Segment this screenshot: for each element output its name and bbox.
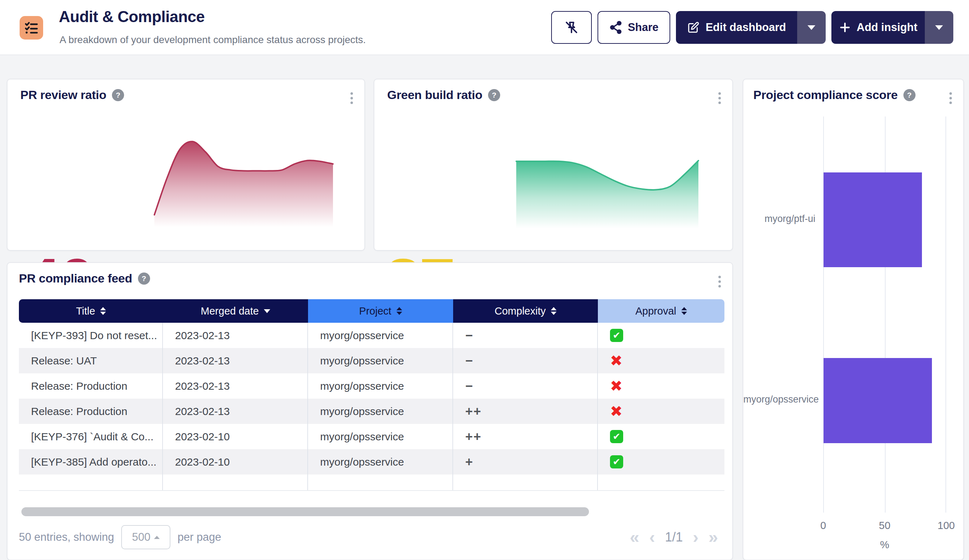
cell-title: Release: UAT [19, 348, 163, 373]
sort-icon [396, 307, 402, 315]
cell-project: myorg/opsservice [308, 348, 453, 373]
sort-icon [100, 307, 106, 315]
axis-label: % [880, 539, 889, 551]
help-icon[interactable]: ? [488, 89, 500, 101]
cell-complexity: + [453, 449, 598, 475]
pr-review-area-chart [154, 137, 334, 227]
axis-tick: 50 [879, 520, 890, 532]
green-build-area-chart [516, 155, 699, 228]
cell-title: [KEYP-393] Do not reset... [19, 323, 163, 348]
card-title: PR compliance feed [19, 271, 132, 285]
cell-approval: ✔ [598, 424, 724, 449]
chevron-up-icon [154, 536, 160, 539]
cell-complexity: ++ [453, 399, 598, 424]
add-insight-caret-button[interactable] [925, 11, 953, 44]
per-page-text: per page [178, 531, 221, 543]
cell-complexity: − [453, 373, 598, 399]
pr-compliance-table: Title Merged date Project Complexity App… [19, 299, 724, 491]
share-button[interactable]: Share [598, 11, 670, 44]
add-insight-button-group: Add insight [831, 11, 953, 44]
more-menu-button[interactable] [348, 90, 355, 106]
cell-merged-date: 2023-02-13 [163, 323, 308, 348]
horizontal-scrollbar-thumb[interactable] [22, 507, 589, 516]
first-page-button[interactable]: « [630, 528, 639, 546]
edit-dashboard-caret-button[interactable] [797, 11, 826, 44]
cell-merged-date: 2023-02-13 [163, 399, 308, 424]
card-title: Project compliance score [753, 88, 898, 102]
column-header-approval[interactable]: Approval [598, 299, 724, 323]
sort-icon [681, 307, 687, 315]
table-row: Release: UAT 2023-02-13 myorg/opsservice… [19, 348, 724, 373]
help-icon[interactable]: ? [903, 89, 916, 101]
card-title: PR review ratio [20, 88, 106, 102]
help-icon[interactable]: ? [112, 89, 124, 101]
prev-page-button[interactable]: ‹ [649, 528, 655, 546]
unpin-button[interactable] [551, 11, 592, 44]
bar-chart: 0 50 100 % [823, 116, 946, 513]
page-size-select[interactable]: 500 [121, 525, 170, 549]
cell-approval: ✖ [598, 348, 724, 373]
cell-complexity: − [453, 323, 598, 348]
axis-tick: 100 [937, 520, 955, 532]
cell-title: [KEYP-385] Add operato... [19, 449, 163, 475]
edit-dashboard-button-group: Edit dashboard [676, 11, 826, 44]
card-pr-compliance-feed: PR compliance feed ? Title Merged date P… [7, 262, 733, 560]
cell-complexity: ++ [453, 424, 598, 449]
approval-rejected-icon: ✖ [610, 354, 623, 367]
more-menu-button[interactable] [947, 90, 954, 106]
app-header: Audit & Compliance A breakdown of your d… [0, 0, 969, 55]
column-header-project[interactable]: Project [308, 299, 453, 323]
column-header-merged-date[interactable]: Merged date [163, 299, 308, 323]
column-header-complexity[interactable]: Complexity [453, 299, 598, 323]
entries-count-text: 50 entries, showing [19, 531, 114, 543]
pin-off-icon [564, 20, 579, 35]
cell-project: myorg/opsservice [308, 399, 453, 424]
card-project-compliance-score: Project compliance score ? myorg/ptf-ui … [743, 79, 964, 560]
dashboard-icon [20, 16, 43, 40]
cell-title: [KEYP-376] `Audit & Co... [19, 424, 163, 449]
header-actions: Share Edit dashboard Add insight [551, 11, 953, 44]
cell-title: Release: Production [19, 373, 163, 399]
axis-tick: 0 [820, 520, 826, 532]
approval-approved-icon: ✔ [610, 329, 623, 342]
table-row: Release: Production 2023-02-13 myorg/ops… [19, 399, 724, 424]
last-page-button[interactable]: » [708, 528, 718, 546]
add-insight-button[interactable]: Add insight [831, 11, 925, 44]
approval-approved-icon: ✔ [610, 430, 623, 443]
chevron-down-icon [935, 25, 943, 30]
table-row: [KEYP-376] `Audit & Co... 2023-02-10 myo… [19, 424, 724, 449]
cell-merged-date: 2023-02-13 [163, 373, 308, 399]
approval-rejected-icon: ✖ [610, 379, 623, 392]
bar-label: myorg/ptf-ui [743, 213, 815, 224]
cell-merged-date: 2023-02-10 [163, 449, 308, 475]
more-menu-button[interactable] [716, 274, 723, 290]
card-pr-review-ratio: PR review ratio ? 40 % [7, 79, 365, 251]
cell-approval: ✖ [598, 399, 724, 424]
table-header-row: Title Merged date Project Complexity App… [19, 299, 724, 323]
plus-icon [839, 22, 851, 33]
cell-title: Release: Production [19, 399, 163, 424]
card-green-build-ratio: Green build ratio ? 87 % [374, 79, 733, 251]
more-menu-button[interactable] [716, 90, 723, 106]
edit-icon [687, 21, 700, 34]
cell-approval: ✔ [598, 323, 724, 348]
share-button-label: Share [628, 21, 658, 34]
pagination: « ‹ 1/1 › » [630, 528, 718, 546]
cell-project: myorg/opsservice [308, 424, 453, 449]
cell-project: myorg/opsservice [308, 373, 453, 399]
edit-dashboard-button[interactable]: Edit dashboard [676, 11, 797, 44]
cell-complexity: − [453, 348, 598, 373]
chevron-down-icon [808, 25, 815, 30]
cell-approval: ✖ [598, 373, 724, 399]
approval-approved-icon: ✔ [610, 455, 623, 469]
page-indicator: 1/1 [665, 530, 683, 545]
column-header-title[interactable]: Title [19, 299, 163, 323]
bar-myorg-ptf-ui [824, 173, 922, 267]
next-page-button[interactable]: › [693, 528, 698, 546]
bar-label: myorg/opsservice [743, 394, 815, 405]
table-row-partial [19, 475, 724, 491]
sort-icon [551, 307, 556, 315]
help-icon[interactable]: ? [138, 273, 150, 285]
bar-myorg-opsservice [824, 358, 932, 443]
page-title: Audit & Compliance [59, 8, 205, 26]
